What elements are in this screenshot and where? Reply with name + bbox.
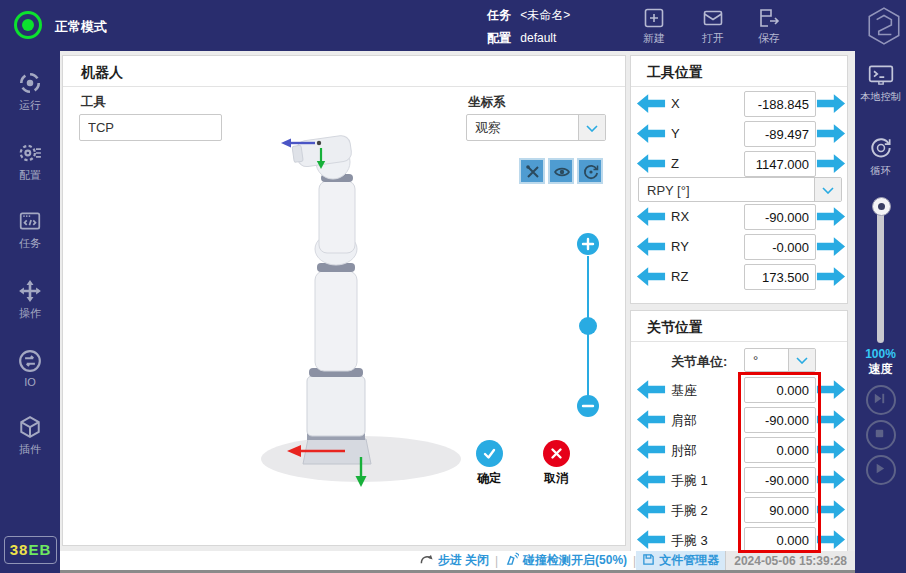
sidebar-item-run[interactable]: 运行 (0, 71, 60, 113)
joint-row-shoulder: 肩部 (631, 407, 849, 433)
right-sidebar: 本地控制 循环 100% 速度 (855, 51, 906, 573)
view-tools-button[interactable] (519, 158, 545, 184)
jog-wrist3-minus-button[interactable] (636, 529, 666, 550)
jog-ry-plus-button[interactable] (816, 236, 846, 257)
cancel-label: 取消 (526, 470, 586, 487)
jog-x-plus-button[interactable] (816, 93, 846, 114)
jog-base-plus-button[interactable] (816, 379, 846, 400)
tool-row-x: X (631, 91, 849, 117)
jog-wrist2-plus-button[interactable] (816, 499, 846, 520)
step-mode-toggle[interactable]: 步进 关闭 (413, 552, 495, 569)
view-orbit-button[interactable] (577, 158, 603, 184)
tool-rx-input[interactable] (744, 204, 816, 230)
save-task-button[interactable]: 保存 (743, 6, 795, 46)
jog-y-minus-button[interactable] (636, 123, 666, 144)
mode-status-icon (14, 11, 42, 39)
jog-elbow-plus-button[interactable] (816, 439, 846, 460)
mode-label: 正常模式 (55, 18, 107, 36)
joint-wrist1-input[interactable] (744, 467, 816, 493)
new-task-button[interactable]: 新建 (628, 6, 680, 46)
jog-rx-plus-button[interactable] (816, 206, 846, 227)
jog-z-plus-button[interactable] (816, 153, 846, 174)
status-bar: 步进 关闭 | 碰撞检测开启(50%) | 文件管理器 2024-05-06 1… (60, 551, 855, 573)
joint-unit-select[interactable]: ° (744, 348, 816, 372)
jog-wrist1-minus-button[interactable] (636, 469, 666, 490)
jog-rz-minus-button[interactable] (636, 266, 666, 287)
tool-ry-input[interactable] (744, 234, 816, 260)
run-target-icon (0, 71, 60, 95)
rotation-format-select[interactable]: RPY [°] (638, 177, 842, 202)
sidebar-item-io[interactable]: IO (0, 349, 60, 388)
joint-wrist2-input[interactable] (744, 497, 816, 523)
task-row: 任务 <未命名> (487, 7, 570, 24)
jog-y-plus-button[interactable] (816, 123, 846, 144)
sidebar-item-local-control[interactable]: 本地控制 (855, 63, 906, 104)
tool-position-header: 工具位置 (631, 56, 847, 87)
speed-slider-handle[interactable] (872, 197, 891, 216)
sidebar-item-plugin[interactable]: 插件 (0, 415, 60, 457)
jog-wrist3-plus-button[interactable] (816, 529, 846, 550)
open-task-button[interactable]: 打开 (687, 6, 739, 46)
speed-label: 速度 (855, 361, 906, 378)
collision-detection-toggle[interactable]: 碰撞检测开启(50%) (498, 552, 633, 569)
collision-icon (504, 552, 519, 569)
top-bar: 正常模式 任务 <未命名> 配置 default 新建 打开 (0, 0, 906, 51)
task-label: 任务 (487, 8, 511, 22)
zoom-slider-handle[interactable] (579, 317, 597, 335)
jog-rx-minus-button[interactable] (636, 206, 666, 227)
sidebar-item-operate[interactable]: 操作 (0, 279, 60, 321)
sidebar-item-loop[interactable]: 循环 (855, 135, 906, 178)
stop-button[interactable] (866, 420, 896, 450)
open-envelope-icon (687, 6, 739, 30)
tool-rz-input[interactable] (744, 264, 816, 290)
joint-wrist3-input[interactable] (744, 527, 816, 553)
robot-panel-header: 机器人 (63, 56, 625, 87)
zoom-out-button[interactable] (577, 395, 599, 417)
joint-row-elbow: 肘部 (631, 437, 849, 463)
speed-slider-track[interactable] (877, 203, 884, 343)
jog-elbow-minus-button[interactable] (636, 439, 666, 460)
joint-elbow-input[interactable] (744, 437, 816, 463)
jog-z-minus-button[interactable] (636, 153, 666, 174)
joint-row-wrist1: 手腕 1 (631, 467, 849, 493)
joint-shoulder-input[interactable] (744, 407, 816, 433)
tool-x-input[interactable] (744, 91, 816, 117)
step-arrow-icon (419, 552, 434, 569)
step-forward-button[interactable] (866, 385, 896, 415)
new-file-icon (628, 6, 680, 30)
joint-position-header: 关节位置 (631, 311, 847, 342)
jog-shoulder-plus-button[interactable] (816, 409, 846, 430)
file-manager-icon (642, 553, 655, 569)
jog-rz-plus-button[interactable] (816, 266, 846, 287)
plugin-cube-icon (0, 415, 60, 439)
step-mode-label: 步进 关闭 (438, 552, 489, 569)
jog-shoulder-minus-button[interactable] (636, 409, 666, 430)
left-sidebar: 运行 配置 任务 (0, 51, 60, 573)
brand-logo-icon (866, 6, 902, 50)
zoom-in-button[interactable] (577, 233, 599, 255)
sidebar-item-task[interactable]: 任务 (0, 209, 60, 251)
sidebar-item-config[interactable]: 配置 (0, 141, 60, 183)
view-visibility-button[interactable] (548, 158, 574, 184)
rotation-format-value: RPY [°] (647, 182, 690, 197)
jog-ry-minus-button[interactable] (636, 236, 666, 257)
jog-wrist2-minus-button[interactable] (636, 499, 666, 520)
jog-wrist1-plus-button[interactable] (816, 469, 846, 490)
confirm-button[interactable] (476, 440, 503, 467)
cancel-button[interactable] (543, 440, 570, 467)
tool-position-panel: 工具位置 X Y Z RPY [°] RX RY RZ (630, 55, 848, 304)
joint-row-wrist3: 手腕 3 (631, 527, 849, 553)
tool-row-rx: RX (631, 204, 849, 230)
tool-row-rz: RZ (631, 264, 849, 290)
file-manager-button[interactable]: 文件管理器 (636, 551, 725, 570)
joint-unit-label: 关节单位: (671, 353, 727, 371)
tool-y-input[interactable] (744, 121, 816, 147)
config-name: default (520, 31, 556, 45)
tool-name-input[interactable] (79, 114, 222, 141)
joint-position-panel: 关节位置 关节单位: ° 基座 肩部 肘部 手腕 1 手腕 2 (630, 310, 848, 552)
jog-x-minus-button[interactable] (636, 93, 666, 114)
jog-base-minus-button[interactable] (636, 379, 666, 400)
play-button[interactable] (866, 455, 896, 485)
joint-base-input[interactable] (744, 377, 816, 403)
tool-z-input[interactable] (744, 151, 816, 177)
